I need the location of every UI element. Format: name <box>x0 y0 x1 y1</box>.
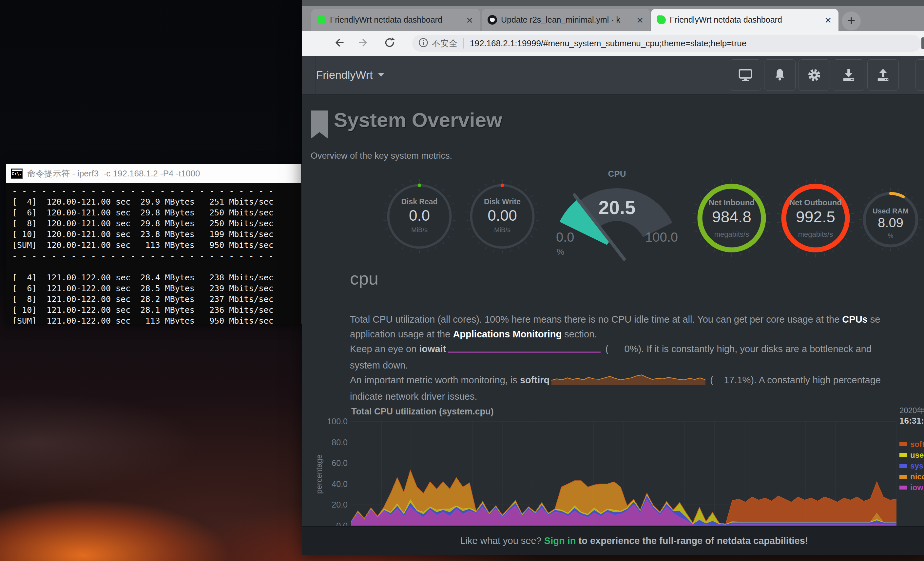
text: softirq <box>520 375 549 385</box>
gauge-label: Used RAM <box>858 207 923 215</box>
toolbar-cutoff-icon <box>921 38 924 49</box>
chart-timestamp-date: 2020年3 <box>899 405 924 416</box>
import-button[interactable] <box>833 59 864 91</box>
text: ( 0%). If it is constantly high, your di… <box>603 344 871 354</box>
chart-canvas[interactable] <box>351 421 897 526</box>
chart-y-axis-title: percentage <box>315 436 324 512</box>
gauge-value: 20.5 <box>552 196 682 218</box>
print-button-cutoff[interactable] <box>915 59 924 91</box>
gear-icon <box>807 68 822 83</box>
page-subtitle: Overview of the key system metrics. <box>310 151 452 161</box>
legend-swatch <box>899 486 907 490</box>
forward-icon[interactable] <box>357 36 370 51</box>
used-ram-gauge[interactable]: Used RAM 8.09 % <box>858 179 923 257</box>
tab-separator <box>481 14 482 26</box>
gauge-max: 100.0 <box>645 230 678 245</box>
y-tick-label: 80.0 <box>332 438 348 447</box>
y-tick-label: 20.0 <box>332 500 348 510</box>
terminal-line: [ 4] 121.00-122.00 sec 28.4 MBytes 238 M… <box>12 272 295 283</box>
terminal-line: [ 10] 121.00-122.00 sec 28.1 MBytes 236 … <box>12 305 295 316</box>
download-icon <box>841 68 856 83</box>
terminal-window[interactable]: C:\. 命令提示符 - iperf3 -c 192.168.1.2 -P4 -… <box>6 164 302 323</box>
signin-suffix: to experience the full-range of netdata … <box>576 535 808 546</box>
cpu-utilization-chart[interactable] <box>351 421 897 526</box>
tab-close-icon[interactable]: × <box>824 15 832 25</box>
url-bar[interactable]: 不安全 192.168.2.1:19999/#menu_system_subme… <box>412 35 921 52</box>
gauge-unit: % <box>858 232 923 239</box>
gauge-unit: MiB/s <box>465 226 540 234</box>
terminal-line: - - - - - - - - - - - - - - - - - - - - … <box>12 186 295 196</box>
alarms-button[interactable] <box>764 59 795 91</box>
monitor-icon <box>738 68 753 83</box>
tab-close-icon[interactable]: × <box>465 15 474 25</box>
tab-netdata-1[interactable]: FriendlyWrt netdata dashboard × <box>311 9 480 31</box>
net-outbound-gauge[interactable]: Net Outbound 992.5 megabits/s <box>776 170 855 262</box>
tab-title: FriendlyWrt netdata dashboard <box>330 15 461 25</box>
back-icon[interactable] <box>332 36 345 51</box>
gauge-label: Disk Write <box>465 197 540 206</box>
legend-label: iow <box>910 483 923 492</box>
tab-title: Update r2s_lean_minimal.yml · k <box>501 15 632 25</box>
bell-icon <box>772 68 788 83</box>
terminal-output[interactable]: - - - - - - - - - - - - - - - - - - - - … <box>6 183 301 323</box>
text: section. <box>562 329 597 339</box>
text: Total CPU utilization (all cores). 100% … <box>350 314 842 325</box>
link-cpus[interactable]: CPUs <box>842 314 867 325</box>
bookmark-icon <box>310 110 328 141</box>
terminal-line: [ 8] 120.00-121.00 sec 29.8 MBytes 250 M… <box>12 218 295 229</box>
disk-read-gauge[interactable]: Disk Read 0.0 MiB/s <box>382 170 457 259</box>
cpu-description-line: An important metric worth monitoring, is… <box>350 373 881 389</box>
signin-link[interactable]: Sign in <box>544 535 576 546</box>
url-divider <box>463 38 464 48</box>
legend-item-nice[interactable]: nice <box>899 471 924 482</box>
brand-dropdown[interactable]: FriendlyWrt <box>315 56 384 94</box>
gauge-value: 992.5 <box>776 208 855 226</box>
url-text[interactable]: 192.168.2.1:19999/#menu_system_submenu_c… <box>470 38 746 48</box>
legend-label: soft <box>910 440 924 449</box>
github-favicon <box>488 15 497 25</box>
legend-item-user[interactable]: use <box>899 450 924 460</box>
text: iowait <box>419 344 446 354</box>
info-icon[interactable] <box>418 38 429 49</box>
terminal-line: [SUM] 120.00-121.00 sec 113 MBytes 950 M… <box>12 240 295 251</box>
text: se <box>868 314 880 325</box>
text: system down. <box>350 360 408 370</box>
reload-icon[interactable] <box>383 36 396 51</box>
legend-item-sys[interactable]: sys <box>899 460 924 471</box>
terminal-line: [ 4] 120.00-121.00 sec 29.9 MBytes 251 M… <box>12 196 295 207</box>
terminal-titlebar[interactable]: C:\. 命令提示符 - iperf3 -c 192.168.1.2 -P4 -… <box>6 164 301 183</box>
settings-button[interactable] <box>798 59 830 91</box>
new-tab-button[interactable]: + <box>842 12 861 30</box>
cpu-description-line: Keep an eye on iowait ( 0%). If it is co… <box>350 341 881 358</box>
gauge-value: 984.8 <box>692 208 771 226</box>
text: indicate network driver issues. <box>350 391 477 402</box>
cpu-description-line: Total CPU utilization (all cores). 100% … <box>350 312 881 327</box>
cpu-gauge[interactable]: CPU 20.5 0.0 100.0 % <box>552 169 682 262</box>
net-inbound-gauge[interactable]: Net Inbound 984.8 megabits/s <box>692 170 771 262</box>
y-tick-label: 100.0 <box>327 417 348 426</box>
security-label[interactable]: 不安全 <box>432 38 458 49</box>
gauge-unit: megabits/s <box>776 230 855 239</box>
tab-github[interactable]: Update r2s_lean_minimal.yml · k × <box>482 9 650 31</box>
text: Keep an eye on <box>350 344 419 354</box>
legend-item-softirq[interactable]: soft <box>899 439 924 450</box>
gauge-unit: % <box>557 247 564 257</box>
export-button[interactable] <box>867 59 899 91</box>
section-heading-cpu: cpu <box>350 268 378 289</box>
gauge-value: 0.00 <box>465 206 540 224</box>
legend-label: nice <box>910 472 924 481</box>
iowait-sparkline <box>448 343 601 358</box>
link-applications-monitoring[interactable]: Applications Monitoring <box>453 329 562 339</box>
gauge-unit: MiB/s <box>382 226 457 234</box>
terminal-line: [ 10] 120.00-121.00 sec 23.8 MBytes 199 … <box>12 229 295 240</box>
text: ( 17.1%). A constantly high percentage <box>707 375 881 385</box>
legend-item-iowait[interactable]: iow <box>899 482 924 493</box>
tab-close-icon[interactable]: × <box>635 15 645 25</box>
cpu-description: Total CPU utilization (all cores). 100% … <box>350 312 881 404</box>
gauge-value: 8.09 <box>858 215 923 230</box>
signin-bar: Like what you see? Sign in to experience… <box>302 526 924 555</box>
tab-netdata-2-active[interactable]: FriendlyWrt netdata dashboard × <box>651 9 838 31</box>
disk-write-gauge[interactable]: Disk Write 0.00 MiB/s <box>465 170 540 259</box>
chart-legend: softusesysniceiow <box>899 439 924 493</box>
nodes-view-button[interactable] <box>730 59 761 91</box>
